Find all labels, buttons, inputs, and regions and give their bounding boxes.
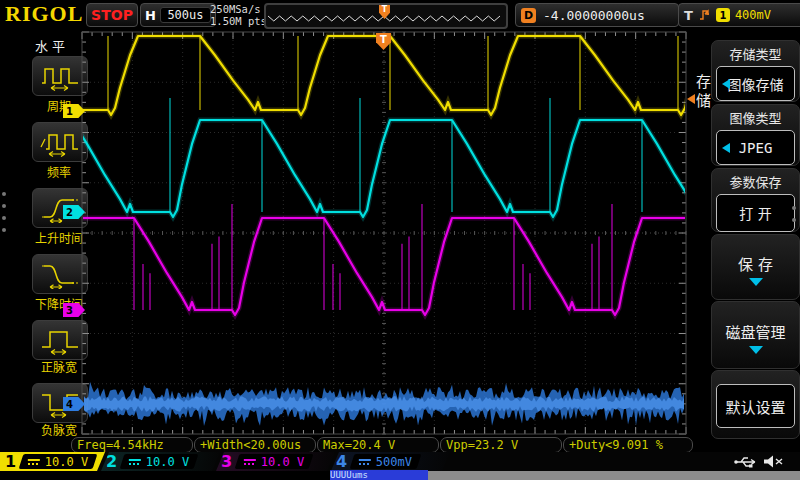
left-arrow-icon <box>722 143 730 153</box>
oscilloscope-screen: RIGOL STOP H 500us 250MSa/s 1.50M pts T … <box>0 0 800 480</box>
measurement-width: +Width<20.00us <box>194 437 316 453</box>
usb-icon <box>733 454 759 469</box>
channel-2-scale: 10.0 V <box>146 455 189 469</box>
storage-type-header: 存储类型 <box>712 41 799 63</box>
chevron-down-icon <box>749 346 763 354</box>
channel-1-cell[interactable]: 1 10.0 V <box>0 452 105 471</box>
dc-coupling-icon <box>129 458 141 466</box>
default-setup-button[interactable]: 默认设置 <box>716 384 795 428</box>
channel-2-cell[interactable]: 2 10.0 V <box>101 452 220 471</box>
chevron-down-icon <box>749 278 763 286</box>
left-arrow-icon <box>722 79 730 89</box>
dc-coupling-icon <box>244 458 256 466</box>
storage-type-button[interactable]: 图像存储 <box>716 66 795 101</box>
waveform-display <box>0 0 800 480</box>
param-save-section: 参数保存 打 开 <box>711 168 800 232</box>
channel-4-cell[interactable]: 4 500mV <box>331 452 450 471</box>
measurement-vpp: Vpp=23.2 V <box>440 437 562 453</box>
storage-menu-tab[interactable]: 存储 <box>688 58 710 128</box>
dc-coupling-icon <box>28 458 40 466</box>
default-setup-section: 默认设置 <box>711 370 800 439</box>
right-page-dot <box>792 206 796 210</box>
image-type-section: 图像类型 JPEG <box>711 104 800 166</box>
right-page-dot <box>792 218 796 222</box>
channel-1-scale: 10.0 V <box>45 455 88 469</box>
dc-coupling-icon <box>359 458 371 466</box>
bottom-gray-strip <box>428 471 800 480</box>
image-type-header: 图像类型 <box>712 105 799 127</box>
param-save-header: 参数保存 <box>712 169 799 191</box>
speaker-muted-icon <box>762 454 784 469</box>
measurement-max: Max=20.4 V <box>317 437 439 453</box>
channel-3-cell[interactable]: 3 10.0 V <box>216 452 335 471</box>
disk-manage-button[interactable]: 磁盘管理 <box>711 301 800 369</box>
channel-status-bar: 1 10.0 V 2 10.0 V 3 10.0 V 4 500mV <box>0 452 800 471</box>
save-button[interactable]: 保 存 <box>711 234 800 300</box>
glitch-text-fragment: UUUUums <box>330 470 428 480</box>
measurement-freq: Freq=4.54kHz <box>71 437 193 453</box>
image-type-button[interactable]: JPEG <box>716 130 795 165</box>
storage-type-section: 存储类型 图像存储 <box>711 40 800 102</box>
measurement-duty: +Duty<9.091 % <box>563 437 693 453</box>
channel-3-scale: 10.0 V <box>261 455 304 469</box>
channel-4-scale: 500mV <box>376 455 412 469</box>
param-save-open-button[interactable]: 打 开 <box>716 194 795 232</box>
